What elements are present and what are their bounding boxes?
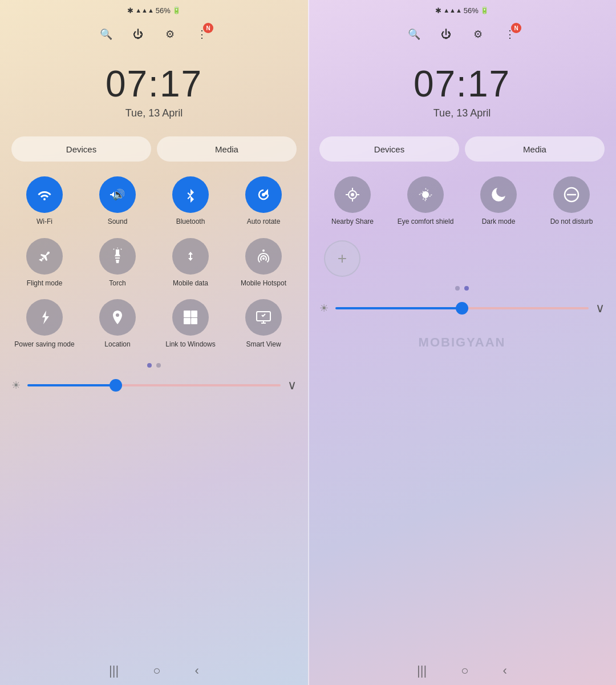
right-quick-toggle-row: Devices Media bbox=[308, 131, 616, 167]
right-date-display: Tue, 13 April bbox=[319, 107, 605, 119]
right-search-button[interactable]: 🔍 bbox=[405, 25, 423, 43]
right-time-section: 07:17 Tue, 13 April bbox=[308, 46, 616, 131]
left-brightness-row: ☀ ∨ bbox=[0, 372, 308, 398]
left-search-button[interactable]: 🔍 bbox=[97, 25, 115, 43]
nearbyshare-icon bbox=[334, 176, 371, 213]
left-notification-bar: 🔍 ⏻ ⚙ ⋮ N bbox=[0, 21, 308, 46]
right-media-button[interactable]: Media bbox=[465, 136, 605, 162]
right-page-dots bbox=[308, 281, 616, 295]
left-battery-text: 56% bbox=[156, 6, 171, 15]
right-notification-badge: N bbox=[511, 23, 521, 33]
powersaving-label: Power saving mode bbox=[14, 340, 74, 349]
mobiledata-icon bbox=[172, 238, 209, 275]
left-settings-icon: ⚙ bbox=[165, 28, 175, 41]
right-bluetooth-icon: ✱ bbox=[435, 6, 441, 15]
left-brightness-thumb[interactable] bbox=[110, 379, 122, 392]
left-tiles-grid: Wi-Fi 🔊 Sound bbox=[0, 167, 308, 358]
svg-point-11 bbox=[351, 193, 354, 196]
hotspot-icon bbox=[245, 238, 282, 275]
left-recents-button[interactable]: ||| bbox=[109, 663, 119, 678]
right-dot-2 bbox=[464, 286, 469, 291]
left-brightness-expand-icon[interactable]: ∨ bbox=[287, 378, 297, 393]
add-tile-button[interactable]: + bbox=[324, 240, 360, 277]
wifi-tile[interactable]: Wi-Fi bbox=[9, 172, 80, 231]
right-back-button[interactable]: ‹ bbox=[503, 663, 507, 678]
bluetooth-label: Bluetooth bbox=[176, 217, 205, 227]
darkmode-icon bbox=[480, 176, 517, 213]
left-back-button[interactable]: ‹ bbox=[195, 663, 199, 678]
right-power-icon: ⏻ bbox=[441, 29, 451, 41]
mobiledata-tile[interactable]: Mobile data bbox=[155, 233, 226, 293]
right-power-button[interactable]: ⏻ bbox=[437, 25, 455, 43]
right-tiles-grid: Nearby Share Eye comfort shield bbox=[308, 167, 616, 236]
right-devices-button[interactable]: Devices bbox=[319, 136, 459, 162]
left-home-button[interactable]: ○ bbox=[153, 663, 160, 678]
wifi-icon bbox=[26, 176, 63, 213]
right-phone-panel: MOBIGYAAN ✱ ▲▲▲ 56% 🔋 🔍 ⏻ ⚙ ⋮ N bbox=[308, 0, 616, 685]
left-time-display: 07:17 bbox=[11, 63, 297, 105]
smartview-label: Smart View bbox=[246, 340, 281, 349]
left-signal-icon: ▲▲▲ bbox=[135, 7, 154, 14]
autorotate-tile[interactable]: Auto rotate bbox=[228, 172, 299, 231]
torch-icon bbox=[99, 238, 136, 275]
powersaving-tile[interactable]: Power saving mode bbox=[9, 295, 80, 354]
svg-point-12 bbox=[422, 191, 429, 198]
left-nav-bar: ||| ○ ‹ bbox=[0, 656, 308, 685]
left-search-icon: 🔍 bbox=[100, 28, 112, 41]
add-button-container: + bbox=[308, 236, 616, 281]
right-settings-button[interactable]: ⚙ bbox=[469, 25, 487, 43]
hotspot-tile[interactable]: Mobile Hotspot bbox=[228, 233, 299, 293]
bluetooth-tile[interactable]: Bluetooth bbox=[155, 172, 226, 231]
right-recents-button[interactable]: ||| bbox=[417, 663, 427, 678]
right-brightness-thumb[interactable] bbox=[456, 302, 468, 315]
left-quick-toggle-row: Devices Media bbox=[0, 131, 308, 167]
linkwindows-tile[interactable]: Link to Windows bbox=[155, 295, 226, 354]
nearbyshare-tile[interactable]: Nearby Share bbox=[317, 172, 388, 231]
sound-tile[interactable]: 🔊 Sound bbox=[82, 172, 153, 231]
right-settings-icon: ⚙ bbox=[473, 28, 483, 41]
location-icon bbox=[99, 299, 136, 336]
left-media-button[interactable]: Media bbox=[157, 136, 297, 162]
location-tile[interactable]: Location bbox=[82, 295, 153, 354]
svg-rect-6 bbox=[191, 311, 197, 317]
watermark: MOBIGYAAN bbox=[419, 335, 506, 350]
flightmode-label: Flight mode bbox=[27, 279, 63, 288]
right-search-icon: 🔍 bbox=[408, 28, 420, 41]
left-power-button[interactable]: ⏻ bbox=[129, 25, 147, 43]
right-status-icons: ✱ ▲▲▲ 56% 🔋 bbox=[435, 6, 489, 15]
sound-icon: 🔊 bbox=[99, 176, 136, 213]
right-brightness-low-icon: ☀ bbox=[319, 302, 329, 315]
svg-point-1 bbox=[262, 193, 265, 196]
left-page-dots bbox=[0, 358, 308, 372]
eyecomfort-icon bbox=[407, 176, 444, 213]
left-devices-button[interactable]: Devices bbox=[11, 136, 151, 162]
wifi-label: Wi-Fi bbox=[37, 217, 52, 227]
svg-rect-7 bbox=[184, 318, 191, 324]
donotdisturb-tile[interactable]: Do not disturb bbox=[536, 172, 607, 231]
right-dot-1 bbox=[455, 286, 460, 291]
left-bluetooth-icon: ✱ bbox=[127, 6, 133, 15]
right-brightness-expand-icon[interactable]: ∨ bbox=[595, 301, 605, 316]
flightmode-tile[interactable]: Flight mode bbox=[9, 233, 80, 293]
hotspot-label: Mobile Hotspot bbox=[241, 279, 286, 288]
right-status-bar: ✱ ▲▲▲ 56% 🔋 bbox=[308, 0, 616, 21]
bluetooth-icon bbox=[172, 176, 209, 213]
right-brightness-row: ☀ ∨ bbox=[308, 295, 616, 321]
right-home-button[interactable]: ○ bbox=[461, 663, 468, 678]
linkwindows-label: Link to Windows bbox=[165, 340, 215, 349]
left-more-button[interactable]: ⋮ N bbox=[193, 25, 211, 43]
left-status-icons: ✱ ▲▲▲ 56% 🔋 bbox=[127, 6, 181, 15]
left-settings-button[interactable]: ⚙ bbox=[161, 25, 179, 43]
svg-rect-5 bbox=[184, 311, 191, 317]
darkmode-tile[interactable]: Dark mode bbox=[463, 172, 534, 231]
right-more-button[interactable]: ⋮ N bbox=[501, 25, 519, 43]
smartview-tile[interactable]: Smart View bbox=[228, 295, 299, 354]
sound-label: Sound bbox=[108, 217, 128, 227]
autorotate-icon bbox=[245, 176, 282, 213]
left-time-section: 07:17 Tue, 13 April bbox=[0, 46, 308, 131]
torch-tile[interactable]: Torch bbox=[82, 233, 153, 293]
right-brightness-track[interactable] bbox=[335, 307, 589, 309]
right-notification-bar: 🔍 ⏻ ⚙ ⋮ N bbox=[308, 21, 616, 46]
eyecomfort-tile[interactable]: Eye comfort shield bbox=[390, 172, 461, 231]
left-brightness-track[interactable] bbox=[27, 384, 281, 386]
